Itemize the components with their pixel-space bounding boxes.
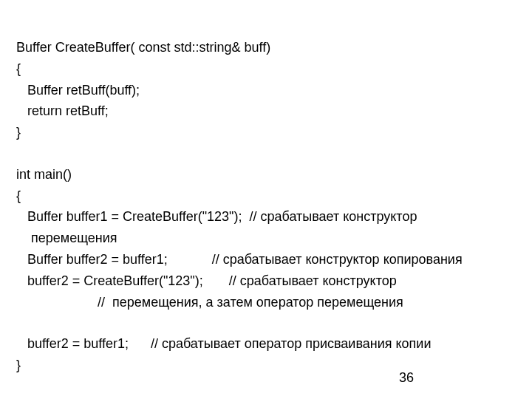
code-line: Buffer retBuff(buff); <box>16 80 516 101</box>
code-line: return retBuff; <box>16 100 516 122</box>
code-block: Buffer CreateBuffer( const std::string& … <box>16 37 516 376</box>
code-line: int main() <box>16 164 516 185</box>
page-number: 36 <box>399 370 414 386</box>
code-line: buffer2 = CreateBuffer("123"); // срабат… <box>16 270 516 292</box>
code-line <box>16 143 516 164</box>
code-line <box>16 313 516 333</box>
code-line: Buffer buffer1 = CreateBuffer("123"); //… <box>16 206 516 228</box>
code-line: { <box>16 185 516 207</box>
code-line: { <box>16 58 516 80</box>
code-line: buffer2 = buffer1; // срабатывает операт… <box>16 333 516 355</box>
code-line: // перемещения, а затем оператор перемещ… <box>16 292 516 313</box>
code-line: } <box>16 122 516 143</box>
code-line: перемещения <box>16 228 516 249</box>
code-line: Buffer CreateBuffer( const std::string& … <box>16 37 516 58</box>
code-line: Buffer buffer2 = buffer1; // срабатывает… <box>16 249 516 270</box>
code-line: } <box>16 355 516 376</box>
